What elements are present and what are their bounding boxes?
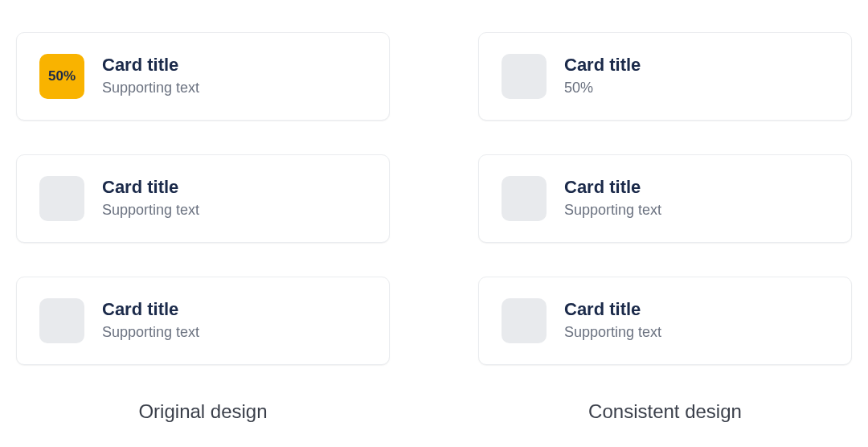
card-text: Card title Supporting text bbox=[102, 178, 199, 219]
card-placeholder-icon bbox=[502, 298, 547, 343]
card-placeholder-icon bbox=[502, 176, 547, 221]
card-text: Card title Supporting text bbox=[564, 178, 661, 219]
card-original-1[interactable]: 50% Card title Supporting text bbox=[16, 32, 390, 121]
card-text: Card title Supporting text bbox=[102, 55, 199, 97]
card-title: Card title bbox=[564, 178, 661, 197]
card-consistent-3[interactable]: Card title Supporting text bbox=[478, 277, 852, 365]
original-design-label: Original design bbox=[16, 400, 390, 423]
card-title: Card title bbox=[564, 55, 641, 75]
card-consistent-2[interactable]: Card title Supporting text bbox=[478, 154, 852, 243]
card-subtitle: Supporting text bbox=[564, 202, 661, 219]
card-subtitle: Supporting text bbox=[564, 324, 661, 342]
card-text: Card title 50% bbox=[564, 55, 641, 97]
card-title: Card title bbox=[102, 55, 199, 75]
card-text: Card title Supporting text bbox=[102, 300, 199, 342]
consistent-design-column: Card title 50% Card title Supporting tex… bbox=[478, 32, 852, 423]
card-text: Card title Supporting text bbox=[564, 300, 661, 342]
card-badge-icon: 50% bbox=[39, 54, 84, 99]
card-title: Card title bbox=[102, 300, 199, 319]
card-placeholder-icon bbox=[39, 298, 84, 343]
card-subtitle: Supporting text bbox=[102, 324, 199, 342]
card-subtitle: 50% bbox=[564, 80, 641, 97]
card-placeholder-icon bbox=[39, 176, 84, 221]
card-original-3[interactable]: Card title Supporting text bbox=[16, 277, 390, 365]
card-original-2[interactable]: Card title Supporting text bbox=[16, 154, 390, 243]
original-design-column: 50% Card title Supporting text Card titl… bbox=[16, 32, 390, 423]
card-subtitle: Supporting text bbox=[102, 80, 199, 97]
card-title: Card title bbox=[102, 178, 199, 197]
card-badge-text: 50% bbox=[48, 68, 76, 84]
card-subtitle: Supporting text bbox=[102, 202, 199, 219]
card-title: Card title bbox=[564, 300, 661, 319]
consistent-design-label: Consistent design bbox=[478, 400, 852, 423]
card-consistent-1[interactable]: Card title 50% bbox=[478, 32, 852, 121]
card-placeholder-icon bbox=[502, 54, 547, 99]
comparison-container: 50% Card title Supporting text Card titl… bbox=[16, 32, 852, 423]
